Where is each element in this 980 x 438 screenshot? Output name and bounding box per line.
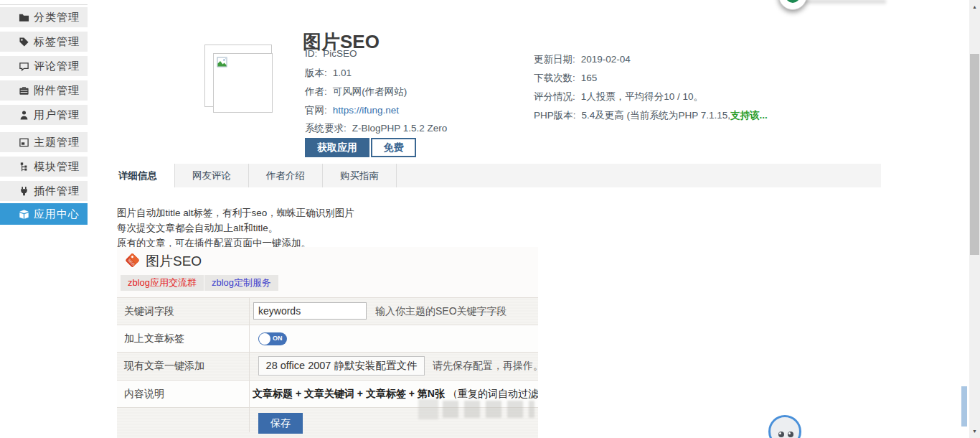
field-label: 系统要求: bbox=[305, 123, 347, 134]
plugin-icon bbox=[19, 186, 29, 197]
settings-row-tag-toggle: 加上文章标签 ON bbox=[117, 325, 538, 352]
field-version: 版本:1.01 bbox=[305, 67, 352, 80]
tag-icon bbox=[19, 37, 29, 47]
sidebar-item-label: 用户管理 bbox=[34, 108, 80, 122]
app-center-icon bbox=[19, 209, 29, 220]
popup-shadow bbox=[804, 0, 886, 5]
watermark-text bbox=[443, 401, 534, 418]
sidebar-item-plugins[interactable]: 插件管理 bbox=[0, 181, 88, 201]
watermark-logo bbox=[418, 399, 438, 419]
hidden-side-widget[interactable] bbox=[961, 386, 967, 427]
save-button[interactable]: 保存 bbox=[258, 413, 303, 434]
scrollbar-thumb[interactable] bbox=[970, 54, 979, 255]
sidebar-item-users[interactable]: 用户管理 bbox=[0, 105, 88, 125]
field-label: PHP版本: bbox=[534, 110, 576, 121]
author-link[interactable]: 可风网(作者网站) bbox=[333, 86, 407, 97]
attachment-icon bbox=[19, 85, 29, 96]
field-rating: 评分情况:1人投票，平均得分10 / 10。 bbox=[534, 90, 703, 103]
field-label: 下载次数: bbox=[534, 73, 575, 83]
settings-row-keywords: 关键词字段 输入你主题的SEO关键字字段 bbox=[117, 297, 538, 325]
field-downloads: 下载次数:165 bbox=[534, 72, 597, 85]
field-value: 2019-02-04 bbox=[581, 54, 631, 65]
php-support-status[interactable]: 支持该... bbox=[730, 110, 768, 121]
helper-eye-icon bbox=[788, 432, 793, 437]
folder-icon bbox=[19, 12, 29, 23]
field-label: 评分情况: bbox=[534, 91, 575, 102]
scroll-up-icon[interactable]: ▲ bbox=[969, 1, 980, 12]
comment-icon bbox=[19, 61, 29, 72]
zblog-group-link[interactable]: zblog应用交流群 bbox=[121, 275, 204, 291]
sidebar-item-themes[interactable]: 主题管理 bbox=[0, 132, 88, 152]
tab-details[interactable]: 详细信息 bbox=[101, 164, 175, 187]
sidebar-item-label: 模块管理 bbox=[34, 160, 80, 174]
field-value: 165 bbox=[581, 73, 598, 83]
sidebar-item-comments[interactable]: 评论管理 bbox=[0, 56, 88, 76]
field-value: 5.4及更高 (当前系统为PHP 7.1.15, bbox=[582, 110, 731, 121]
vertical-scrollbar[interactable]: ▲ ▼ bbox=[969, 0, 980, 438]
field-id: ID:PicSEO bbox=[305, 48, 357, 59]
scroll-down-icon[interactable]: ▼ bbox=[969, 426, 980, 437]
sidebar-item-attachments[interactable]: 附件管理 bbox=[0, 80, 88, 101]
field-php-version: PHP版本:5.4及更高 (当前系统为PHP 7.1.15,支持该... bbox=[534, 109, 768, 122]
module-icon bbox=[19, 162, 29, 172]
field-label: ID: bbox=[305, 48, 317, 59]
floating-avatar-button[interactable] bbox=[778, 0, 807, 10]
field-label: 官网: bbox=[305, 105, 327, 116]
theme-icon bbox=[19, 137, 29, 148]
field-author: 作者:可风网(作者网站) bbox=[305, 85, 407, 98]
sidebar-item-label: 应用中心 bbox=[34, 208, 80, 221]
tab-purchase-guide[interactable]: 购买指南 bbox=[323, 164, 397, 187]
row-label: 内容说明 bbox=[124, 388, 164, 401]
sidebar-item-app-center[interactable]: 应用中心 bbox=[0, 203, 88, 225]
content-note-bold: 文章标题 + 文章关键词 + 文章标签 + 第N张 bbox=[253, 388, 445, 399]
settings-row-oneclick: 现有文章一键添加 28 office 2007 静默安装配置文件 请先保存配置，… bbox=[117, 352, 538, 380]
get-app-button[interactable]: 获取应用 bbox=[305, 138, 369, 157]
oneclick-add-button[interactable]: 28 office 2007 静默安装配置文件 bbox=[258, 356, 425, 376]
price-free-button[interactable]: 免费 bbox=[371, 138, 416, 157]
seo-tag-icon: SEO bbox=[123, 251, 142, 270]
broken-image-icon bbox=[217, 57, 228, 68]
avatar bbox=[786, 0, 800, 3]
zblog-custom-link[interactable]: zblog定制服务 bbox=[204, 275, 278, 291]
sidebar-item-category[interactable]: 分类管理 bbox=[0, 7, 88, 27]
description-line: 图片自动加title alt标签，有利于seo，蜘蛛正确识别图片 bbox=[117, 205, 354, 220]
sidebar-item-label: 插件管理 bbox=[34, 185, 80, 198]
plugin-screenshot: SEO 图片SEO zblog应用交流群 zblog定制服务 关键词字段 输入你… bbox=[117, 247, 538, 438]
tag-toggle-on[interactable]: ON bbox=[258, 332, 287, 345]
keywords-input[interactable] bbox=[253, 302, 367, 320]
field-requirements: 系统要求:Z-BlogPHP 1.5.2 Zero bbox=[305, 122, 447, 135]
field-value: PicSEO bbox=[323, 48, 357, 59]
tab-comments[interactable]: 网友评论 bbox=[175, 164, 249, 187]
app-center-page: 分类管理 标签管理 评论管理 附件管理 用户管理 主题管理 bbox=[0, 0, 980, 438]
user-icon bbox=[19, 110, 29, 121]
sidebar-item-modules[interactable]: 模块管理 bbox=[0, 157, 88, 177]
sidebar-item-label: 标签管理 bbox=[34, 35, 80, 49]
sidebar-item-label: 分类管理 bbox=[34, 11, 80, 24]
chat-helper-button[interactable] bbox=[768, 415, 801, 438]
oneclick-hint: 请先保存配置，再操作。 bbox=[433, 360, 538, 373]
sidebar-item-label: 主题管理 bbox=[34, 136, 80, 149]
row-label: 加上文章标签 bbox=[124, 332, 184, 345]
sidebar-item-partial[interactable] bbox=[0, 0, 88, 5]
detail-tabbar: 详细信息 网友评论 作者介绍 购买指南 bbox=[101, 164, 881, 187]
field-label: 作者: bbox=[305, 86, 327, 97]
app-logo-broken-image bbox=[213, 53, 273, 113]
field-label: 更新日期: bbox=[534, 54, 575, 65]
screenshot-title: 图片SEO bbox=[146, 252, 202, 271]
field-update-date: 更新日期:2019-02-04 bbox=[534, 53, 631, 66]
app-description: 图片自动加title alt标签，有利于seo，蜘蛛正确识别图片 每次提交文章都… bbox=[117, 205, 354, 251]
description-line: 每次提交文章都会自动加上alt和title。 bbox=[117, 220, 354, 236]
tab-author[interactable]: 作者介绍 bbox=[249, 164, 323, 187]
website-link[interactable]: https://ifung.net bbox=[333, 105, 399, 116]
toggle-knob bbox=[259, 333, 270, 345]
sidebar-item-label: 附件管理 bbox=[34, 84, 80, 98]
row-label: 关键词字段 bbox=[124, 305, 174, 318]
helper-eye-icon bbox=[778, 432, 784, 437]
field-value: Z-BlogPHP 1.5.2 Zero bbox=[352, 123, 448, 134]
sidebar-item-label: 评论管理 bbox=[34, 60, 80, 73]
keywords-hint: 输入你主题的SEO关键字字段 bbox=[375, 305, 507, 318]
field-label: 版本: bbox=[305, 67, 327, 78]
sidebar-item-tags[interactable]: 标签管理 bbox=[0, 32, 88, 52]
field-website: 官网:https://ifung.net bbox=[305, 104, 399, 117]
toggle-state-label: ON bbox=[273, 335, 283, 342]
